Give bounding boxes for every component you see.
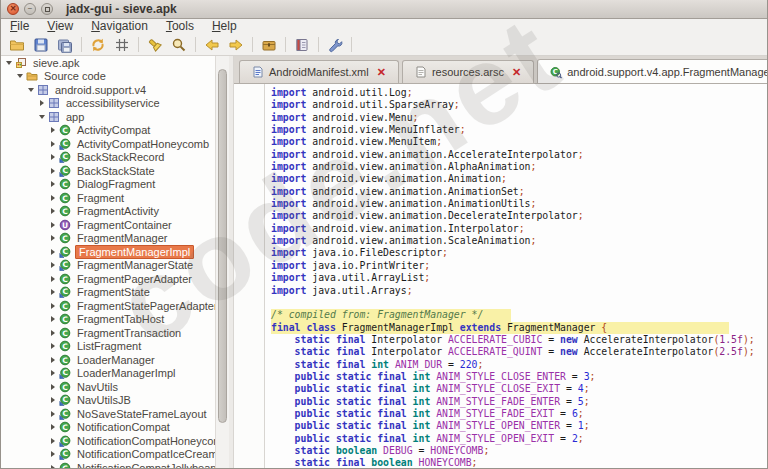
window-minimize-button[interactable]: − (24, 3, 36, 15)
open-file-button[interactable] (5, 35, 29, 55)
tree-item-notificationcompathoneycomb[interactable]: CNotificationCompatHoneycomb (1, 434, 215, 448)
class-inner-icon: C (59, 138, 71, 150)
save-project-button[interactable] (29, 35, 53, 55)
collapsed-arrow-icon[interactable] (48, 262, 58, 268)
tree-item-dialogfragment[interactable]: CDialogFragment (1, 178, 215, 192)
class-inner-icon: C (59, 151, 71, 163)
collapsed-arrow-icon[interactable] (48, 276, 58, 282)
tree-item-fragmentcontainer[interactable]: UFragmentContainer (1, 218, 215, 232)
code-editor[interactable]: import android.util.Log;import android.u… (234, 84, 767, 468)
tab-close-icon[interactable]: ✕ (512, 67, 521, 78)
collapsed-arrow-icon[interactable] (48, 438, 58, 444)
collapsed-arrow-icon[interactable] (48, 370, 58, 376)
tree-item-notificationcompat[interactable]: CNotificationCompat (1, 421, 215, 435)
reload-button[interactable] (86, 35, 110, 55)
flatten-packages-button[interactable] (110, 35, 134, 55)
code-line: import android.view.animation.Animation; (271, 173, 767, 185)
collapsed-arrow-icon[interactable] (48, 249, 58, 255)
collapsed-arrow-icon[interactable] (48, 357, 58, 363)
tree-item-notificationcompatjellybean[interactable]: CNotificationCompatJellybean (1, 461, 215, 468)
menu-tools[interactable]: Tools (157, 19, 203, 34)
log-viewer-button[interactable] (290, 35, 314, 55)
tree-item-fragmentpageradapter[interactable]: CFragmentPagerAdapter (1, 272, 215, 286)
expanded-arrow-icon[interactable] (4, 61, 14, 65)
preferences-button[interactable] (323, 35, 347, 55)
menu-help[interactable]: Help (203, 19, 246, 34)
tree-item-app[interactable]: app (1, 110, 215, 124)
class-search-button[interactable] (167, 35, 191, 55)
tree-item-listfragment[interactable]: CListFragment (1, 340, 215, 354)
tree-item-navutils[interactable]: CNavUtils (1, 380, 215, 394)
collapsed-arrow-icon[interactable] (48, 465, 58, 468)
code-line: public static final int ANIM_STYLE_OPEN_… (271, 420, 767, 432)
tree-item-fragmentactivity[interactable]: CFragmentActivity (1, 205, 215, 219)
back-button[interactable] (200, 35, 224, 55)
tab-android-support-v4-app-fragmentmanagerimpl[interactable]: Candroid.support.v4.app.FragmentManagerI… (537, 59, 767, 84)
tree-item-fragmentmanagerimpl[interactable]: CFragmentManagerImpl (1, 245, 215, 259)
deobfuscation-button[interactable] (257, 35, 281, 55)
collapsed-arrow-icon[interactable] (48, 330, 58, 336)
collapsed-arrow-icon[interactable] (48, 316, 58, 322)
tree-scrollbar-thumb[interactable] (218, 69, 227, 423)
tree-item-fragment[interactable]: CFragment (1, 191, 215, 205)
expanded-arrow-icon[interactable] (37, 115, 47, 119)
tree-item-fragmentmanager[interactable]: CFragmentManager (1, 232, 215, 246)
menu-file[interactable]: File (1, 19, 38, 34)
collapsed-arrow-icon[interactable] (48, 235, 58, 241)
tree-item-fragmentstate[interactable]: CFragmentState (1, 286, 215, 300)
collapsed-arrow-icon[interactable] (48, 127, 58, 133)
tree-item-nosavestateframelayout[interactable]: CNoSaveStateFrameLayout (1, 407, 215, 421)
collapsed-arrow-icon[interactable] (37, 100, 47, 106)
collapsed-arrow-icon[interactable] (48, 384, 58, 390)
collapsed-arrow-icon[interactable] (48, 411, 58, 417)
tree-item-activitycompat[interactable]: CActivityCompat (1, 124, 215, 138)
class-icon: C (59, 124, 71, 136)
collapsed-arrow-icon[interactable] (48, 141, 58, 147)
tree-item-sieve-apk[interactable]: sieve.apk (1, 56, 215, 70)
tree-item-activitycompathoneycomb[interactable]: CActivityCompatHoneycomb (1, 137, 215, 151)
tree-item-fragmentstatepageradapter[interactable]: CFragmentStatePagerAdapter (1, 299, 215, 313)
tree-item-backstackrecord[interactable]: CBackStackRecord (1, 151, 215, 165)
tree-item-fragmenttransaction[interactable]: CFragmentTransaction (1, 326, 215, 340)
collapsed-arrow-icon[interactable] (48, 451, 58, 457)
collapsed-arrow-icon[interactable] (48, 289, 58, 295)
collapsed-arrow-icon[interactable] (48, 208, 58, 214)
editor-gutter (234, 84, 265, 468)
collapsed-arrow-icon[interactable] (48, 195, 58, 201)
tree-item-source-code[interactable]: Source code (1, 70, 215, 84)
tree-item-navutilsjb[interactable]: CNavUtilsJB (1, 394, 215, 408)
tree-item-android-support-v4[interactable]: android.support.v4 (1, 83, 215, 97)
collapsed-arrow-icon[interactable] (48, 343, 58, 349)
tree-item-notificationcompaticecreamsandwich[interactable]: CNotificationCompatIceCreamSandwich (1, 448, 215, 462)
forward-button[interactable] (224, 35, 248, 55)
collapsed-arrow-icon[interactable] (48, 397, 58, 403)
tree-item-accessibilityservice[interactable]: accessibilityservice (1, 97, 215, 111)
collapsed-arrow-icon[interactable] (48, 168, 58, 174)
tree-item-backstackstate[interactable]: CBackStackState (1, 164, 215, 178)
collapsed-arrow-icon[interactable] (48, 424, 58, 430)
tree-item-fragmentmanagerstate[interactable]: CFragmentManagerState (1, 259, 215, 273)
tab-androidmanifest-xml[interactable]: AndroidManifest.xml✕ (239, 60, 399, 83)
collapsed-arrow-icon[interactable] (48, 303, 58, 309)
expanded-arrow-icon[interactable] (26, 88, 36, 92)
code-line: static final boolean HONEYCOMB; (271, 457, 767, 468)
tree-item-label: BackStackState (75, 165, 157, 177)
menu-navigation[interactable]: Navigation (82, 19, 157, 34)
collapsed-arrow-icon[interactable] (48, 154, 58, 160)
svg-text:C: C (62, 382, 68, 391)
menu-view[interactable]: View (38, 19, 82, 34)
tree-item-fragmenttabhost[interactable]: CFragmentTabHost (1, 313, 215, 327)
tree-item-loadermanagerimpl[interactable]: CLoaderManagerImpl (1, 367, 215, 381)
tab-close-icon[interactable]: ✕ (377, 67, 386, 78)
tree-item-loadermanager[interactable]: CLoaderManager (1, 353, 215, 367)
tree-scrollbar[interactable] (215, 56, 229, 468)
collapsed-arrow-icon[interactable] (48, 222, 58, 228)
toolbar-separator (138, 37, 139, 52)
save-all-button[interactable] (53, 35, 77, 55)
window-maximize-button[interactable] (41, 3, 53, 15)
window-close-button[interactable]: ✕ (7, 3, 19, 15)
expanded-arrow-icon[interactable] (15, 74, 25, 78)
collapsed-arrow-icon[interactable] (48, 181, 58, 187)
text-search-button[interactable] (143, 35, 167, 55)
tab-resources-arsc[interactable]: resources.arsc✕ (402, 60, 534, 83)
